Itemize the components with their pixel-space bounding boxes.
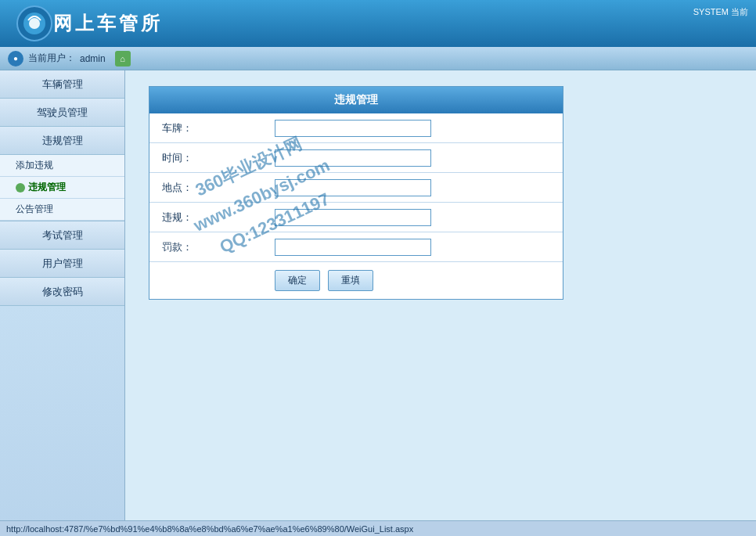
sidebar-user-label: 用户管理 [42,257,83,271]
reset-button[interactable]: 重填 [328,270,373,291]
confirm-button[interactable]: 确定 [275,270,320,291]
statusbar: http://localhost:4787/%e7%bd%91%e4%b8%8a… [0,520,756,536]
sidebar-exam-label: 考试管理 [42,228,83,243]
label-plate: 车牌： [149,121,275,135]
sidebar-item-user[interactable]: 用户管理 [0,250,124,278]
current-label: 当前 [731,7,748,16]
label-violation: 违规： [149,210,275,225]
label-fine: 罚款： [149,240,275,254]
sidebar-item-driver[interactable]: 驾驶员管理 [0,99,124,127]
input-plate[interactable] [275,120,431,137]
form-row-violation: 违规： [149,203,563,232]
label-time: 时间： [149,151,275,165]
active-indicator [16,183,25,192]
form-buttons: 确定 重填 [149,262,563,299]
input-time[interactable] [275,149,431,167]
sidebar-item-vehicle[interactable]: 车辆管理 [0,70,124,99]
main-content: 360毕业设计网 www.360bysj.com QQ:123311197 违规… [125,70,756,536]
sidebar-item-violation-mgmt[interactable]: 违规管理 [0,177,124,199]
header-right: SYSTEM 当前 [693,6,748,18]
sidebar-item-exam[interactable]: 考试管理 [0,221,124,250]
username-display: admin [80,53,106,64]
announcement-label: 公告管理 [16,203,53,216]
form-row-fine: 罚款： [149,232,563,262]
violation-mgmt-label: 违规管理 [28,181,66,194]
sidebar-item-changepwd[interactable]: 修改密码 [0,278,124,306]
system-label: SYSTEM [693,7,729,16]
statusbar-url: http://localhost:4787/%e7%bd%91%e4%b8%8a… [6,524,413,534]
input-fine[interactable] [275,239,431,256]
sidebar-item-announcement[interactable]: 公告管理 [0,199,124,221]
input-violation[interactable] [275,209,431,226]
svg-point-2 [29,18,40,29]
sidebar-changepwd-label: 修改密码 [42,285,83,299]
current-user-bar: ● 当前用户： admin ⌂ [8,51,131,67]
topbar: ● 当前用户： admin ⌂ [0,47,756,70]
form-panel: 违规管理 车牌： 时间： 地点： 违规： [149,86,563,300]
form-row-plate: 车牌： [149,113,563,143]
sidebar-driver-label: 驾驶员管理 [37,106,88,120]
form-row-location: 地点： [149,173,563,203]
sidebar-item-violation[interactable]: 违规管理 [0,127,124,155]
home-icon[interactable]: ⌂ [115,51,131,67]
sidebar-violation-label: 违规管理 [42,134,83,148]
sidebar-submenu-violation: 添加违规 违规管理 公告管理 [0,155,124,221]
sidebar: 车辆管理 驾驶员管理 违规管理 添加违规 违规管理 公告管理 考试管理 用户管理 [0,70,125,536]
form-title: 违规管理 [149,87,563,113]
header: 网上车管所 SYSTEM 当前 [0,0,756,47]
sidebar-item-add-violation[interactable]: 添加违规 [0,155,124,177]
app-title: 网上车管所 [53,11,163,36]
current-user-label: 当前用户： [28,52,75,65]
label-location: 地点： [149,181,275,195]
user-icon: ● [8,51,23,67]
layout: 车辆管理 驾驶员管理 违规管理 添加违规 违规管理 公告管理 考试管理 用户管理 [0,70,756,536]
sidebar-vehicle-label: 车辆管理 [42,77,83,92]
form-row-time: 时间： [149,143,563,173]
input-location[interactable] [275,179,431,196]
add-violation-label: 添加违规 [16,159,53,172]
logo-icon [16,5,53,42]
